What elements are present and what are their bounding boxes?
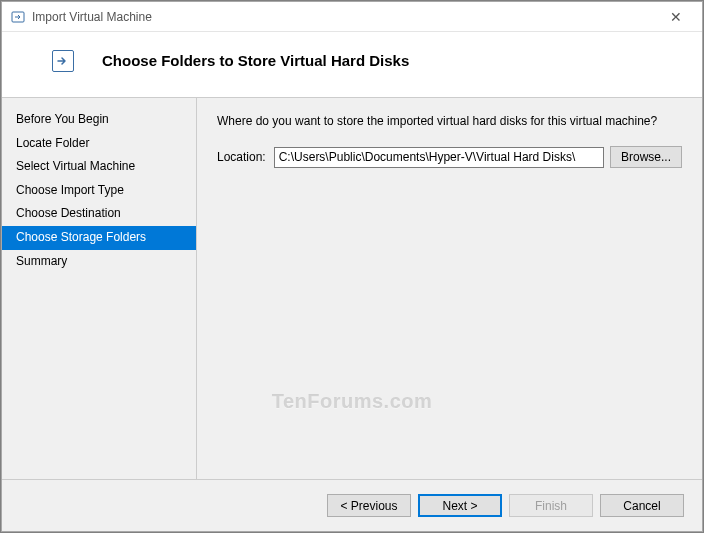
titlebar: Import Virtual Machine ✕: [2, 2, 702, 32]
step-before-you-begin[interactable]: Before You Begin: [2, 108, 196, 132]
step-choose-import-type[interactable]: Choose Import Type: [2, 179, 196, 203]
wizard-content: Where do you want to store the imported …: [197, 98, 702, 479]
step-select-virtual-machine[interactable]: Select Virtual Machine: [2, 155, 196, 179]
page-title: Choose Folders to Store Virtual Hard Dis…: [102, 52, 409, 69]
wizard-window: Import Virtual Machine ✕ Choose Folders …: [1, 1, 703, 532]
wizard-header: Choose Folders to Store Virtual Hard Dis…: [2, 32, 702, 98]
window-title: Import Virtual Machine: [32, 10, 654, 24]
step-choose-storage-folders[interactable]: Choose Storage Folders: [2, 226, 196, 250]
previous-button[interactable]: < Previous: [327, 494, 411, 517]
wizard-steps-sidebar: Before You Begin Locate Folder Select Vi…: [2, 98, 197, 479]
finish-button: Finish: [509, 494, 593, 517]
step-choose-destination[interactable]: Choose Destination: [2, 202, 196, 226]
close-button[interactable]: ✕: [654, 3, 698, 31]
step-summary[interactable]: Summary: [2, 250, 196, 274]
location-input[interactable]: [274, 147, 604, 168]
prompt-text: Where do you want to store the imported …: [217, 114, 682, 128]
cancel-button[interactable]: Cancel: [600, 494, 684, 517]
location-row: Location: Browse...: [217, 146, 682, 168]
wizard-body: Before You Begin Locate Folder Select Vi…: [2, 98, 702, 479]
wizard-footer: < Previous Next > Finish Cancel: [2, 479, 702, 531]
browse-button[interactable]: Browse...: [610, 146, 682, 168]
app-icon: [10, 9, 26, 25]
import-icon: [52, 50, 74, 72]
location-label: Location:: [217, 150, 266, 164]
step-locate-folder[interactable]: Locate Folder: [2, 132, 196, 156]
next-button[interactable]: Next >: [418, 494, 502, 517]
